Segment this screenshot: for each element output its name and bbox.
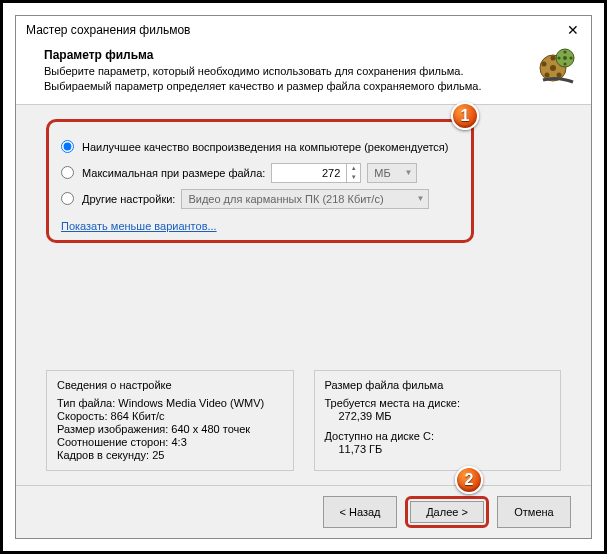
svg-point-10 [569, 56, 572, 59]
titlebar: Мастер сохранения фильмов ✕ [16, 16, 591, 44]
next-highlight: Далее > [405, 496, 489, 528]
chevron-down-icon: ▼ [404, 168, 412, 177]
header: Параметр фильма Выберите параметр, котор… [16, 44, 591, 104]
svg-point-5 [545, 73, 550, 78]
footer: < Назад Далее > Отмена [16, 485, 591, 538]
options-group: Наилучшее качество воспроизведения на ко… [46, 119, 474, 243]
svg-point-2 [551, 56, 556, 61]
film-reel-icon [537, 46, 577, 86]
option-max-size[interactable]: Максимальная при размере файла: 272 ▲▼ М… [61, 162, 459, 184]
callout-1: 1 [451, 102, 479, 130]
size-input[interactable]: 272 ▲▼ [271, 163, 361, 183]
body: Наилучшее качество воспроизведения на ко… [16, 104, 591, 485]
svg-point-12 [557, 56, 560, 59]
callout-2: 2 [455, 466, 483, 494]
back-button[interactable]: < Назад [323, 496, 397, 528]
svg-point-6 [542, 62, 547, 67]
spinner-icon[interactable]: ▲▼ [346, 164, 360, 182]
radio-max-size[interactable] [61, 166, 74, 179]
window-title: Мастер сохранения фильмов [26, 23, 561, 37]
option-other[interactable]: Другие настройки: Видео для карманных ПК… [61, 188, 459, 210]
svg-point-8 [563, 56, 567, 60]
header-text: Выберите параметр, который необходимо ис… [44, 64, 577, 94]
svg-point-1 [550, 65, 556, 71]
chevron-down-icon: ▼ [416, 194, 424, 203]
panel-title: Размер файла фильма [325, 379, 551, 391]
show-fewer-link[interactable]: Показать меньше вариантов... [61, 220, 217, 232]
panel-title: Сведения о настройке [57, 379, 283, 391]
next-button[interactable]: Далее > [410, 501, 484, 523]
settings-info-panel: Сведения о настройке Тип файла: Windows … [46, 370, 294, 471]
cancel-button[interactable]: Отмена [497, 496, 571, 528]
close-icon[interactable]: ✕ [561, 22, 585, 38]
unit-select[interactable]: МБ ▼ [367, 163, 417, 183]
header-title: Параметр фильма [44, 48, 577, 62]
profile-select[interactable]: Видео для карманных ПК (218 Кбит/с) ▼ [181, 189, 429, 209]
svg-point-11 [563, 62, 566, 65]
svg-point-9 [563, 50, 566, 53]
file-size-panel: Размер файла фильма Требуется места на д… [314, 370, 562, 471]
wizard-dialog: Мастер сохранения фильмов ✕ Параметр фил… [15, 15, 592, 539]
option-best-quality[interactable]: Наилучшее качество воспроизведения на ко… [61, 136, 459, 158]
svg-point-4 [557, 73, 562, 78]
radio-best-quality[interactable] [61, 140, 74, 153]
radio-other[interactable] [61, 192, 74, 205]
